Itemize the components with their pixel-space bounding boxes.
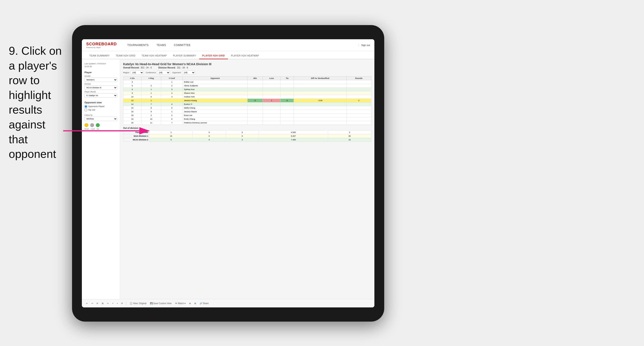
add-button[interactable]: + [111, 302, 114, 305]
col-opponent: Opponent [183, 77, 248, 80]
col-rounds: Rounds [346, 77, 371, 80]
sign-out-button[interactable]: Sign out [358, 44, 370, 46]
circle-up [96, 123, 100, 127]
out-table-row[interactable]: Foreign Team1004.5002 [123, 131, 371, 134]
player-section-title: Player [84, 71, 117, 74]
player-rank-select[interactable]: 8. Katelyn Vo [84, 93, 117, 98]
table-row[interactable]: 1822Euna Lee [123, 114, 371, 117]
col-loss: Loss [262, 77, 280, 80]
sub-nav: TEAM SUMMARY TEAM H2H GRID TEAM H2H HEAT… [82, 51, 374, 59]
gender-select[interactable]: Women's [84, 78, 117, 82]
tab-team-summary[interactable]: TEAM SUMMARY [86, 54, 113, 59]
division-select[interactable]: NCAA Division III [84, 85, 117, 90]
filter-conf-group: Conference (All) [146, 71, 170, 75]
tab-player-h2h-grid[interactable]: PLAYER H2H GRID [199, 54, 228, 59]
tab-team-h2h-heatmap[interactable]: TEAM H2H HEATMAP [138, 54, 170, 59]
circle-level [90, 123, 94, 127]
top-nav: SCOREBOARD Powered by clippd TOURNAMENTS… [82, 39, 374, 51]
opponent-view-title: Opponent view [84, 101, 117, 104]
radio-opponents-played-input[interactable] [84, 105, 87, 108]
table-row[interactable]: 1063Andrea York [123, 95, 371, 99]
tab-team-h2h-grid[interactable]: TEAM H2H GRID [113, 54, 138, 59]
division-label: Division [84, 83, 117, 85]
cut-button[interactable]: ✂ [106, 302, 110, 305]
filter-region-label: Region [123, 71, 130, 74]
instruction-text: 9. Click on a player's row to highlight … [9, 44, 66, 162]
sidebar: Last Updated: 27/03/2024 16:55:38 Player… [82, 59, 120, 299]
out-table-row[interactable]: NAIA Division 115009.26730 [123, 134, 371, 138]
record-row: Overall Record: 353 - 34 - 6 Division Re… [123, 66, 371, 69]
col-diff: Diff Av Strokes/Rnd [294, 77, 346, 80]
table-row[interactable]: 1691Jessica Mason [123, 110, 371, 114]
colour-labels: Down Level Up [84, 128, 117, 130]
main-content: Last Updated: 27/03/2024 16:55:38 Player… [82, 59, 374, 299]
tab-player-h2h-heatmap[interactable]: PLAYER H2H HEATMAP [228, 54, 262, 59]
out-of-division-table: Foreign Team1004.5002NAIA Division 11500… [123, 130, 371, 142]
division-record-label: Division Record: 331 - 34 - 6 [158, 66, 188, 69]
table-row[interactable]: 20117Federica Domecq Lacroze [123, 121, 371, 125]
sidebar-timestamp: Last Updated: 27/03/2024 16:55:38 [84, 62, 117, 68]
grid-button[interactable]: ⊞ [101, 302, 104, 305]
filter-conf-select[interactable]: (All) [157, 71, 170, 75]
bottom-toolbar: ↩ ↪ ⟳ ⊞ ✂ + • ⟳ 📋 View: Original 💾 Save … [82, 299, 374, 307]
filter-opp-group: Opponent (All) [172, 71, 195, 75]
circle-down [84, 123, 88, 127]
toolbar-separator [126, 302, 126, 306]
redo-button[interactable]: ↪ [90, 302, 94, 305]
dot-button[interactable]: • [116, 302, 119, 305]
table-row[interactable]: 1585Stella Cheng [123, 106, 371, 110]
radio-top100[interactable]: Top 100 [84, 109, 117, 111]
col-win: Win [248, 77, 263, 80]
nav-tournaments[interactable]: TOURNAMENTS [123, 39, 152, 51]
table-row[interactable]: 19106Emily Chang [123, 117, 371, 121]
zoom-button[interactable]: ⊕ [188, 302, 192, 305]
logo-sub: Powered by clippd [86, 46, 117, 48]
table-row[interactable]: 31Esther Lee [123, 80, 371, 84]
col-tie: Tie [280, 77, 294, 80]
filter-opp-select[interactable]: (All) [182, 71, 195, 75]
overall-record-label: Overall Record: 353 - 34 - 6 [123, 66, 152, 69]
radio-group: Opponents Played Top 100 [84, 105, 117, 111]
table-row[interactable]: 522Alexis Sudjianto [123, 84, 371, 88]
undo-button[interactable]: ↩ [85, 302, 89, 305]
player-rank-label: Player (Rank) [84, 91, 117, 93]
logo-area: SCOREBOARD Powered by clippd [86, 42, 117, 48]
colour-section: Colour by Win/loss Down Level Up [84, 114, 117, 130]
layout-button[interactable]: ⊞ [193, 302, 197, 305]
device-frame: SCOREBOARD Powered by clippd TOURNAMENTS… [72, 25, 384, 322]
nav-items: TOURNAMENTS TEAMS COMMITTEE [123, 39, 358, 51]
table-row[interactable]: 1474Eunice Yi [123, 102, 371, 106]
grid-title: Katelyn Vo Head-to-Head Grid for Women's… [123, 62, 371, 66]
table-row[interactable]: 131Jessica Huang010-3.002 [123, 99, 371, 102]
col-conf: # Conf [161, 77, 183, 80]
share-button[interactable]: 🔗 Share [198, 302, 210, 305]
nav-teams[interactable]: TEAMS [152, 39, 170, 51]
refresh-button[interactable]: ⟳ [96, 302, 99, 305]
tab-player-summary[interactable]: PLAYER SUMMARY [170, 54, 199, 59]
save-custom-view-button[interactable]: 💾 Save Custom View [149, 302, 173, 305]
gender-label: Gender [84, 75, 117, 77]
logo-text: SCOREBOARD [86, 42, 117, 46]
table-row[interactable]: 914Sharon Mun [123, 91, 371, 95]
refresh2-button[interactable]: ⟳ [120, 302, 124, 305]
radio-opponents-played[interactable]: Opponents Played [84, 105, 117, 108]
out-table-row[interactable]: NCAA Division 25007.40010 [123, 138, 371, 142]
colour-circles [84, 123, 117, 127]
filter-region-select[interactable]: (All) [130, 71, 144, 75]
watch-button[interactable]: 👁 Watch ▾ [174, 302, 187, 305]
device-screen: SCOREBOARD Powered by clippd TOURNAMENTS… [82, 39, 374, 307]
filter-opp-label: Opponent [172, 71, 181, 74]
filter-conf-label: Conference [146, 71, 156, 74]
table-row[interactable]: 613Sydney Kuo [123, 88, 371, 91]
content-area: Katelyn Vo Head-to-Head Grid for Women's… [120, 59, 374, 299]
grid-table: # Div # Reg # Conf Opponent Win Loss Tie… [123, 76, 371, 125]
colour-by-select[interactable]: Win/loss [84, 117, 117, 121]
filter-region-group: Region (All) [123, 71, 144, 75]
filter-row: Region (All) Conference (All) Opponent [123, 71, 371, 75]
nav-committee[interactable]: COMMITTEE [170, 39, 195, 51]
col-reg: # Reg [141, 77, 161, 80]
out-of-division-title: Out of division [123, 127, 371, 129]
col-div: # Div [123, 77, 142, 80]
radio-top100-input[interactable] [84, 109, 87, 111]
view-original-button[interactable]: 📋 View: Original [128, 302, 147, 305]
